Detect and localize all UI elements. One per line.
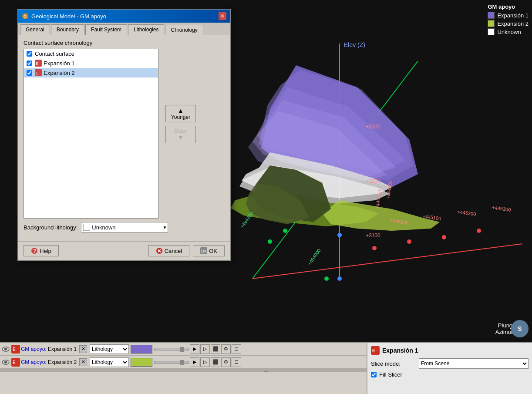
contact-list-header: Contact surface <box>24 49 158 58</box>
dialog-tabs: General Boundary Fault System Lithologie… <box>18 23 230 35</box>
expansion1-checkbox[interactable] <box>27 61 32 66</box>
older-button[interactable]: Older ▼ <box>165 126 196 143</box>
expansion2-checkbox[interactable] <box>27 70 32 76</box>
menu-btn-row1[interactable]: ☰ <box>232 344 241 354</box>
tab-general[interactable]: General <box>20 24 50 35</box>
color-box-row2[interactable] <box>131 358 152 367</box>
legend: GM apoyo Expansión 1 Expansión 2 Unknown <box>488 3 529 37</box>
help-button[interactable]: ? Help <box>24 245 59 256</box>
legend-item-expansion1: Expansión 1 <box>488 12 529 19</box>
legend-swatch-expansion1 <box>488 12 495 19</box>
ok-button[interactable]: OK OK <box>193 245 225 256</box>
dialog-title: Geological Model - GM apoyo <box>31 13 106 20</box>
svg-point-12 <box>407 239 411 244</box>
toolbar-suffix-row1: : Expansión 1 <box>45 346 77 352</box>
menu-btn-row2[interactable]: ☰ <box>232 357 241 367</box>
ok-label: OK <box>209 248 217 254</box>
svg-text:E: E <box>13 347 16 352</box>
help-icon: ? <box>31 247 38 254</box>
play2-btn-row2[interactable]: ▷ <box>200 357 210 367</box>
eye-icon-row1[interactable] <box>2 345 10 353</box>
toolbar-link-row2[interactable]: GM apoyo <box>21 359 45 365</box>
cancel-button[interactable]: Cancel <box>148 245 189 256</box>
color-box-row1[interactable] <box>131 345 152 354</box>
type-dropdown-row2[interactable]: Lithology <box>90 357 129 367</box>
play2-btn-row1[interactable]: ▷ <box>200 344 210 354</box>
settings-btn-row1[interactable]: ⚙ <box>221 344 231 354</box>
toolbar-label-row2: GM apoyo: Expansión 2 <box>21 359 77 365</box>
section-label: Contact surface chronology <box>24 40 225 46</box>
svg-point-53 <box>4 348 7 350</box>
dialog-buttons: ? Help Cancel OK OK <box>18 241 230 260</box>
legend-swatch-expansion2 <box>488 20 495 27</box>
right-panel-title-text: Expansión 1 <box>382 347 418 354</box>
svg-point-11 <box>372 246 377 250</box>
dialog-titlebar: G Geological Model - GM apoyo ✕ <box>18 10 230 23</box>
slider-row1[interactable] <box>154 348 189 350</box>
stop-btn-row1[interactable]: ⬛ <box>211 344 220 354</box>
svg-text:Elev (Z): Elev (Z) <box>344 41 365 48</box>
contact-surface-list: Contact surface E Expansión 1 E <box>24 49 158 219</box>
settings-btn-row2[interactable]: ⚙ <box>221 357 231 367</box>
dialog-content: Contact surface chronology Contact surfa… <box>18 35 230 237</box>
slider-row2[interactable] <box>154 361 189 364</box>
legend-item-unknown: Unknown <box>488 28 529 35</box>
tab-fault-system[interactable]: Fault System <box>85 24 127 35</box>
play-btn-row2[interactable]: ▶ <box>190 357 199 367</box>
legend-swatch-unknown <box>488 28 495 35</box>
svg-text:E: E <box>13 360 16 365</box>
svg-point-9 <box>283 229 287 233</box>
dialog-close-button[interactable]: ✕ <box>219 12 226 20</box>
eye-icon-row2[interactable] <box>2 358 10 366</box>
svg-text:E: E <box>36 61 38 66</box>
order-buttons: ▲ Younger Older ▼ <box>165 105 196 143</box>
svg-text:G: G <box>24 14 27 19</box>
younger-button[interactable]: ▲ Younger <box>165 105 196 122</box>
svg-text:OK: OK <box>201 249 207 253</box>
tab-boundary[interactable]: Boundary <box>51 24 84 35</box>
play-btn-row1[interactable]: ▶ <box>190 344 199 354</box>
contact-list-item-expansion1[interactable]: E Expansión 1 <box>24 58 158 68</box>
cancel-label: Cancel <box>165 248 182 254</box>
svg-text:E: E <box>36 71 38 75</box>
help-label: Help <box>40 248 51 254</box>
svg-text:?: ? <box>34 249 36 253</box>
item-icon-row1: E <box>11 345 20 354</box>
expansion2-label: Expansión 2 <box>44 70 75 76</box>
item-icon-row2: E <box>11 358 20 367</box>
litho-swatch <box>83 224 90 231</box>
svg-point-6 <box>337 233 342 237</box>
contact-header-checkbox[interactable] <box>27 51 32 57</box>
close-btn-row1[interactable]: ✕ <box>79 345 87 353</box>
close-btn-row2[interactable]: ✕ <box>79 358 87 366</box>
toolbar-label-row1: GM apoyo: Expansión 1 <box>21 346 77 352</box>
type-dropdown-row1[interactable]: Lithology <box>90 344 129 354</box>
stop-btn-row2[interactable]: ⬛ <box>211 357 220 367</box>
contact-header-label: Contact surface <box>35 51 74 57</box>
legend-label-expansion2: Expansión 2 <box>497 20 529 27</box>
legend-item-expansion2: Expansión 2 <box>488 20 529 27</box>
svg-text:+3200: +3200 <box>366 178 380 184</box>
app-icon: G <box>22 13 29 20</box>
tab-chronology[interactable]: Chronology <box>165 25 203 35</box>
svg-point-8 <box>268 239 272 244</box>
bg-lithology-select[interactable]: Unknown ▼ <box>81 222 168 232</box>
slice-mode-label: Slice mode: <box>371 360 419 367</box>
right-panel-icon: E <box>371 346 380 355</box>
dialog-geological-model: G Geological Model - GM apoyo ✕ General … <box>17 9 231 261</box>
fill-slicer-label: Fill Slicer <box>379 371 402 378</box>
legend-label-unknown: Unknown <box>497 29 521 35</box>
fill-slicer-checkbox[interactable] <box>371 372 377 377</box>
svg-point-13 <box>442 235 446 239</box>
dropdown-arrow-icon: ▼ <box>162 225 167 230</box>
toolbar-link-row1[interactable]: GM apoyo <box>21 346 45 352</box>
slice-mode-dropdown[interactable]: From Scene Manual <box>419 358 529 369</box>
tab-lithologies[interactable]: Lithologies <box>128 24 164 35</box>
older-label: Older <box>174 128 187 134</box>
expansion2-icon: E <box>35 69 42 76</box>
younger-label: Younger <box>171 114 190 120</box>
dialog-titlebar-left: G Geological Model - GM apoyo <box>22 13 106 20</box>
contact-list-item-expansion2[interactable]: E Expansión 2 <box>24 68 158 77</box>
toolbar-suffix-row2: : Expansión 2 <box>45 359 77 365</box>
avatar[interactable]: S <box>511 320 529 337</box>
